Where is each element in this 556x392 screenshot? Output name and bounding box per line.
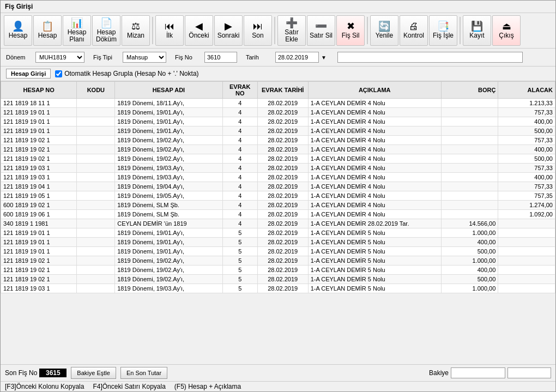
status-bar: [F3]Önceki Kolonu Kopyala F4]Önceki Satı… bbox=[1, 381, 555, 391]
kayit-button[interactable]: 💾 Kayıt bbox=[463, 15, 491, 46]
cell-aciklama: 1-A CEYLAN DEMİR 4 Nolu bbox=[308, 126, 441, 136]
fis-tipi-select[interactable]: Mahsup bbox=[123, 52, 166, 63]
table-row[interactable]: 121 1819 19 03 1 1819 Dönemi, 19/03.Ay'ı… bbox=[1, 284, 555, 293]
table-row[interactable]: 121 1819 19 02 1 1819 Dönemi, 19/02.Ay'ı… bbox=[1, 136, 555, 145]
cell-hesapadi: 1819 Dönemi, SLM Şb. bbox=[115, 210, 223, 219]
cell-hesapno: 121 1819 19 03 1 bbox=[1, 284, 77, 293]
table-row[interactable]: 121 1819 19 01 1 1819 Dönemi, 19/01.Ay'ı… bbox=[1, 117, 555, 126]
cell-hesapadi: 1819 Dönemi, 19/03.Ay'ı, bbox=[115, 164, 223, 173]
table-row[interactable]: 121 1819 19 02 1 1819 Dönemi, 19/02.Ay'ı… bbox=[1, 266, 555, 275]
ilk-button[interactable]: ⏮ İlk bbox=[155, 15, 184, 46]
cell-hesapadi: 1819 Dönemi, 19/01.Ay'ı, bbox=[115, 108, 223, 117]
table-row[interactable]: 600 1819 19 02 1 1819 Dönemi, SLM Şb. 4 … bbox=[1, 201, 555, 210]
hesap-dokum-button[interactable]: 📄 Hesap Döküm bbox=[92, 15, 120, 46]
table-row[interactable]: 600 1819 19 06 1 1819 Dönemi, SLM Şb. 4 … bbox=[1, 210, 555, 219]
sonraki-button[interactable]: ▶ Sonraki bbox=[214, 15, 243, 46]
table-row[interactable]: 121 1819 18 11 1 1819 Dönemi, 18/11.Ay'ı… bbox=[1, 99, 555, 108]
cell-aciklama: 1-A CEYLAN DEMİR 4 Nolu bbox=[308, 201, 441, 210]
table-row[interactable]: 121 1819 19 02 1 1819 Dönemi, 19/02.Ay'ı… bbox=[1, 256, 555, 266]
cell-evrakno: 4 bbox=[222, 173, 257, 182]
table-row[interactable]: 121 1819 19 01 1 1819 Dönemi, 19/01.Ay'ı… bbox=[1, 108, 555, 117]
cell-kodu bbox=[77, 117, 115, 126]
cell-hesapno: 121 1819 19 01 1 bbox=[1, 108, 77, 117]
table-header: HESAP NO KODU HESAP ADI EVRAK NO EVRAK T… bbox=[1, 82, 555, 99]
cell-borc bbox=[441, 126, 498, 136]
hesap2-button[interactable]: 📋 Hesap bbox=[33, 15, 62, 46]
cell-borc bbox=[441, 210, 498, 219]
cell-aciklama: 1-A CEYLAN DEMİR 5 Nolu bbox=[308, 266, 441, 275]
table-row[interactable]: 121 1819 19 02 1 1819 Dönemi, 19/02.Ay'ı… bbox=[1, 154, 555, 164]
otomatik-hesap-label[interactable]: Otomatik Hesap Grupla (Hesap No + '.' No… bbox=[55, 70, 198, 77]
bakiye-estle-button[interactable]: Bakiye Eştle bbox=[71, 367, 116, 379]
onceki-button[interactable]: ◀ Önceki bbox=[185, 15, 213, 46]
cell-evraktarihi: 28.02.2019 bbox=[257, 266, 308, 275]
cell-aciklama: 1-A CEYLAN DEMİR 4 Nolu bbox=[308, 154, 441, 164]
form-area: Dönem MUH1819 Fiş Tipi Mahsup Fiş No Tar… bbox=[1, 49, 555, 67]
hesap-plani-button[interactable]: 📊 Hesap Planı bbox=[63, 15, 91, 46]
cell-evraktarihi: 28.02.2019 bbox=[257, 182, 308, 191]
hesap1-button[interactable]: 👤 Hesap bbox=[4, 15, 32, 46]
tarih-input[interactable] bbox=[275, 52, 319, 63]
cell-evraktarihi: 28.02.2019 bbox=[257, 173, 308, 182]
table-row[interactable]: 340 1819 1 1981 CEYLAN DEMİR 'ün 1819 4 … bbox=[1, 219, 555, 228]
cell-evrakno: 4 bbox=[222, 99, 257, 108]
cell-alacak: 1.213,33 bbox=[498, 99, 555, 108]
fis-sil-button[interactable]: ✖ Fiş Sil bbox=[336, 15, 365, 46]
cell-kodu bbox=[77, 210, 115, 219]
table-row[interactable]: 121 1819 19 01 1 1819 Dönemi, 19/01.Ay'ı… bbox=[1, 247, 555, 256]
cell-borc bbox=[441, 201, 498, 210]
tarih-dropdown-icon[interactable]: ▼ bbox=[321, 55, 327, 61]
cell-kodu bbox=[77, 182, 115, 191]
cell-hesapno: 121 1819 19 01 1 bbox=[1, 238, 77, 247]
cikis-button[interactable]: ⏏ Çıkış bbox=[492, 15, 521, 46]
table-row[interactable]: 121 1819 19 02 1 1819 Dönemi, 19/02.Ay'ı… bbox=[1, 145, 555, 154]
cell-evraktarihi: 28.02.2019 bbox=[257, 136, 308, 145]
col-header-hesapno: HESAP NO bbox=[1, 82, 77, 99]
table-row[interactable]: 121 1819 19 05 1 1819 Dönemi, 19/05.Ay'ı… bbox=[1, 191, 555, 201]
cell-evrakno: 4 bbox=[222, 145, 257, 154]
table-row[interactable]: 121 1819 19 02 1 1819 Dönemi, 19/02.Ay'ı… bbox=[1, 275, 555, 284]
son-button[interactable]: ⏭ Son bbox=[244, 15, 272, 46]
cell-hesapadi: 1819 Dönemi, 19/02.Ay'ı, bbox=[115, 266, 223, 275]
yenile-button[interactable]: 🔄 Yenile bbox=[370, 15, 398, 46]
bakiye-input2[interactable] bbox=[507, 367, 551, 378]
otomatik-hesap-checkbox[interactable] bbox=[55, 70, 62, 77]
satir-sil-button[interactable]: ➖ Satır Sil bbox=[307, 15, 335, 46]
cell-alacak bbox=[498, 247, 555, 256]
mizan-icon: ⚖ bbox=[131, 21, 140, 31]
status-item-f4: F4]Önceki Satırı Kopyala bbox=[93, 383, 165, 390]
cell-kodu bbox=[77, 284, 115, 293]
status-item-f5: (F5) Hesap + Açıklama bbox=[174, 383, 241, 390]
cell-kodu bbox=[77, 126, 115, 136]
cell-hesapadi: 1819 Dönemi, 19/02.Ay'ı, bbox=[115, 154, 223, 164]
table-row[interactable]: 121 1819 19 01 1 1819 Dönemi, 19/01.Ay'ı… bbox=[1, 238, 555, 247]
table-row[interactable]: 121 1819 19 03 1 1819 Dönemi, 19/03.Ay'ı… bbox=[1, 164, 555, 173]
en-son-tutar-button[interactable]: En Son Tutar bbox=[120, 367, 167, 379]
table-wrapper[interactable]: HESAP NO KODU HESAP ADI EVRAK NO EVRAK T… bbox=[1, 81, 555, 364]
fis-isle-button[interactable]: 📑 Fiş İşle bbox=[429, 15, 457, 46]
table-row[interactable]: 121 1819 19 01 1 1819 Dönemi, 19/01.Ay'ı… bbox=[1, 228, 555, 238]
mizan-button[interactable]: ⚖ Mizan bbox=[122, 15, 150, 46]
fis-no-input[interactable] bbox=[204, 52, 237, 63]
cell-hesapno: 600 1819 19 02 1 bbox=[1, 201, 77, 210]
cell-alacak: 757,33 bbox=[498, 182, 555, 191]
satir-ekle-button[interactable]: ➕ Satır Ekle bbox=[277, 15, 306, 46]
cell-evraktarihi: 28.02.2019 bbox=[257, 126, 308, 136]
cell-alacak: 1.274,00 bbox=[498, 201, 555, 210]
cell-kodu bbox=[77, 275, 115, 284]
cell-hesapadi: 1819 Dönemi, 19/03.Ay'ı, bbox=[115, 284, 223, 293]
cell-borc: 1.000,00 bbox=[441, 284, 498, 293]
window-title: Fiş Girişi bbox=[5, 3, 33, 10]
bakiye-input[interactable] bbox=[451, 367, 505, 378]
kontrol-button[interactable]: 🖨 Kontrol bbox=[400, 15, 428, 46]
cell-hesapadi: 1819 Dönemi, 19/01.Ay'ı, bbox=[115, 117, 223, 126]
donem-select[interactable]: MUH1819 bbox=[35, 52, 84, 63]
cell-evraktarihi: 28.02.2019 bbox=[257, 191, 308, 201]
table-row[interactable]: 121 1819 19 01 1 1819 Dönemi, 19/01.Ay'ı… bbox=[1, 126, 555, 136]
table-row[interactable]: 121 1819 19 03 1 1819 Dönemi, 19/03.Ay'ı… bbox=[1, 173, 555, 182]
cell-borc: 14.566,00 bbox=[441, 219, 498, 228]
table-row[interactable]: 121 1819 19 04 1 1819 Dönemi, 19/04.Ay'ı… bbox=[1, 182, 555, 191]
cell-evraktarihi: 28.02.2019 bbox=[257, 145, 308, 154]
cell-alacak: 500,00 bbox=[498, 126, 555, 136]
cell-kodu bbox=[77, 247, 115, 256]
